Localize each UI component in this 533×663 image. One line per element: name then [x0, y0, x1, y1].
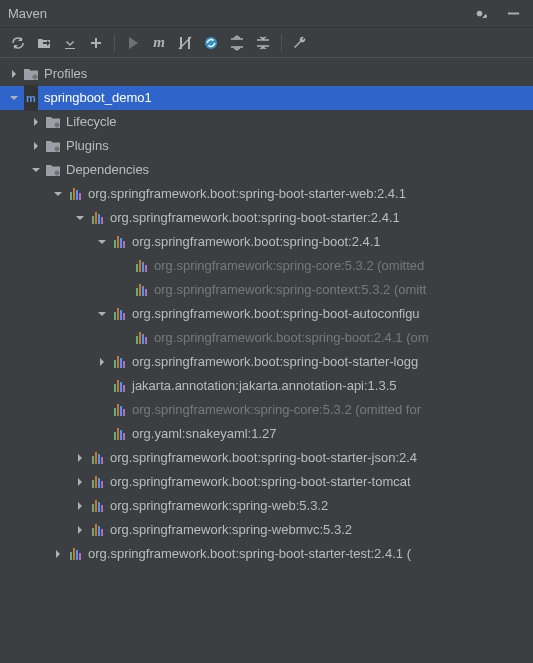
- folder-icon: [22, 65, 40, 83]
- dep-node[interactable]: org.springframework.boot:spring-boot-sta…: [0, 446, 533, 470]
- dep-node[interactable]: org.springframework.boot:spring-boot-sta…: [0, 182, 533, 206]
- tree-item-label: Profiles: [44, 62, 87, 86]
- project-node[interactable]: mspringboot_demo1: [0, 86, 533, 110]
- wrench-icon[interactable]: [288, 31, 312, 55]
- chevron-down-icon[interactable]: [94, 234, 110, 250]
- dep-node[interactable]: org.springframework:spring-webmvc:5.3.2: [0, 518, 533, 542]
- library-icon: [110, 425, 128, 443]
- chevron-right-icon[interactable]: [72, 474, 88, 490]
- dependencies-node[interactable]: Dependencies: [0, 158, 533, 182]
- folder-icon: [44, 161, 62, 179]
- tree-item-label: org.springframework:spring-core:5.3.2 (o…: [154, 254, 424, 278]
- library-icon: [132, 329, 150, 347]
- dep-node[interactable]: org.springframework.boot:spring-boot:2.4…: [0, 230, 533, 254]
- library-icon: [88, 497, 106, 515]
- download-icon[interactable]: [58, 31, 82, 55]
- toolbar: m: [0, 28, 533, 58]
- library-icon: [88, 209, 106, 227]
- svg-rect-0: [507, 13, 518, 15]
- separator: [114, 34, 115, 52]
- expand-icon[interactable]: [225, 31, 249, 55]
- maven-m-icon[interactable]: m: [147, 31, 171, 55]
- dep-node[interactable]: org.springframework.boot:spring-boot-sta…: [0, 206, 533, 230]
- tree-item-label: org.springframework.boot:spring-boot-sta…: [110, 470, 411, 494]
- add-icon[interactable]: [84, 31, 108, 55]
- library-icon: [66, 545, 84, 563]
- chevron-right-icon[interactable]: [72, 450, 88, 466]
- tree-item-label: org.springframework:spring-context:5.3.2…: [154, 278, 426, 302]
- library-icon: [132, 281, 150, 299]
- chevron-down-icon[interactable]: [6, 90, 22, 106]
- profiles-node[interactable]: Profiles: [0, 62, 533, 86]
- library-icon: [110, 233, 128, 251]
- dep-node[interactable]: org.springframework.boot:spring-boot-sta…: [0, 542, 533, 566]
- dep-node[interactable]: jakarta.annotation:jakarta.annotation-ap…: [0, 374, 533, 398]
- maven-icon: m: [22, 89, 40, 107]
- dependency-tree[interactable]: Profilesmspringboot_demo1LifecyclePlugin…: [0, 58, 533, 570]
- library-icon: [132, 257, 150, 275]
- plugins-node[interactable]: Plugins: [0, 134, 533, 158]
- tree-item-label: Dependencies: [66, 158, 149, 182]
- tree-item-label: org.yaml:snakeyaml:1.27: [132, 422, 277, 446]
- folder-icon: [44, 113, 62, 131]
- tree-item-label: org.springframework:spring-webmvc:5.3.2: [110, 518, 352, 542]
- gear-icon[interactable]: [467, 2, 491, 26]
- tree-item-label: org.springframework.boot:spring-boot-sta…: [88, 542, 411, 566]
- lifecycle-node[interactable]: Lifecycle: [0, 110, 533, 134]
- chevron-down-icon[interactable]: [50, 186, 66, 202]
- tree-item-label: org.springframework.boot:spring-boot:2.4…: [132, 230, 381, 254]
- tree-item-label: jakarta.annotation:jakarta.annotation-ap…: [132, 374, 397, 398]
- tree-item-label: org.springframework.boot:spring-boot-sta…: [110, 446, 417, 470]
- chevron-right-icon[interactable]: [28, 114, 44, 130]
- window-controls: [467, 2, 525, 26]
- chevron-right-icon[interactable]: [50, 546, 66, 562]
- folder-icon: [44, 137, 62, 155]
- tree-item-label: org.springframework.boot:spring-boot-sta…: [88, 182, 406, 206]
- library-icon: [110, 305, 128, 323]
- dep-node[interactable]: org.springframework.boot:spring-boot-aut…: [0, 302, 533, 326]
- titlebar: Maven: [0, 0, 533, 28]
- dep-node[interactable]: org.springframework:spring-core:5.3.2 (o…: [0, 398, 533, 422]
- chevron-right-icon[interactable]: [72, 522, 88, 538]
- collapse-icon[interactable]: [251, 31, 275, 55]
- tree-item-label: Plugins: [66, 134, 109, 158]
- tree-item-label: springboot_demo1: [44, 86, 152, 110]
- library-icon: [88, 473, 106, 491]
- skip-tests-icon[interactable]: [173, 31, 197, 55]
- tree-item-label: org.springframework.boot:spring-boot:2.4…: [154, 326, 429, 350]
- chevron-right-icon[interactable]: [72, 498, 88, 514]
- dep-node[interactable]: org.springframework.boot:spring-boot-sta…: [0, 470, 533, 494]
- tree-item-label: Lifecycle: [66, 110, 117, 134]
- run-icon[interactable]: [121, 31, 145, 55]
- tree-item-label: org.springframework.boot:spring-boot-aut…: [132, 302, 420, 326]
- library-icon: [110, 377, 128, 395]
- chevron-down-icon[interactable]: [28, 162, 44, 178]
- dep-node[interactable]: org.springframework.boot:spring-boot-sta…: [0, 350, 533, 374]
- chevron-down-icon[interactable]: [94, 306, 110, 322]
- update-icon[interactable]: [199, 31, 223, 55]
- dep-node[interactable]: org.springframework:spring-web:5.3.2: [0, 494, 533, 518]
- dep-node[interactable]: org.yaml:snakeyaml:1.27: [0, 422, 533, 446]
- library-icon: [88, 521, 106, 539]
- library-icon: [110, 353, 128, 371]
- separator: [281, 34, 282, 52]
- chevron-right-icon[interactable]: [94, 354, 110, 370]
- tree-item-label: org.springframework:spring-core:5.3.2 (o…: [132, 398, 421, 422]
- chevron-right-icon[interactable]: [6, 66, 22, 82]
- chevron-down-icon[interactable]: [72, 210, 88, 226]
- tree-item-label: org.springframework.boot:spring-boot-sta…: [110, 206, 400, 230]
- tree-item-label: org.springframework:spring-web:5.3.2: [110, 494, 328, 518]
- dep-node[interactable]: org.springframework:spring-core:5.3.2 (o…: [0, 254, 533, 278]
- library-icon: [88, 449, 106, 467]
- chevron-right-icon[interactable]: [28, 138, 44, 154]
- refresh-icon[interactable]: [6, 31, 30, 55]
- dep-node[interactable]: org.springframework:spring-context:5.3.2…: [0, 278, 533, 302]
- dep-node[interactable]: org.springframework.boot:spring-boot:2.4…: [0, 326, 533, 350]
- tree-item-label: org.springframework.boot:spring-boot-sta…: [132, 350, 418, 374]
- library-icon: [110, 401, 128, 419]
- minimize-icon[interactable]: [501, 2, 525, 26]
- panel-title: Maven: [8, 6, 467, 21]
- link-folder-icon[interactable]: [32, 31, 56, 55]
- library-icon: [66, 185, 84, 203]
